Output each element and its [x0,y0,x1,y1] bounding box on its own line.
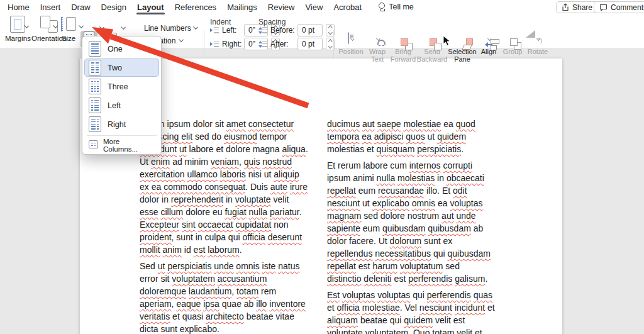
columns-menu-item-one[interactable]: One [84,40,159,58]
paragraph: Sed ut perspiciatis unde omnis iste natu… [140,260,313,334]
margins-button[interactable]: Margins [5,16,31,42]
columns-menu-item-three[interactable]: Three [84,77,159,96]
columns-menu-item-label: Right [108,120,126,129]
menu-tab-review[interactable]: Review [268,3,295,12]
size-icon [61,16,76,33]
columns-menu-item-label: Left [108,101,121,110]
columns-chevron-icon [99,25,104,30]
spinner-label: Right: [222,40,241,48]
arrange-button-label: SelectionPane [448,48,476,63]
arrange-button-label: Rotate [528,48,548,55]
left-columns-icon [89,97,101,113]
hyphenation-chevron-icon [179,37,184,42]
share-icon [562,3,569,11]
doc-column-2: ducimus aut saepe molestiae ea quodtempo… [327,118,500,334]
lightbulb-icon [379,3,385,11]
menu-tab-references[interactable]: References [175,3,216,12]
columns-menu-item-label: One [108,45,123,53]
spacing-row-icon [258,41,267,48]
spinner-label: Left: [222,26,241,35]
menu-tab-mailings[interactable]: Mailings [227,3,257,12]
menu-tab-view[interactable]: View [305,3,323,12]
more-columns-item[interactable]: More Columns... [82,138,161,152]
more-columns-label: More Columns... [103,138,155,153]
selection-pane-button[interactable]: SelectionPane [447,30,477,63]
spinner-label: Before: [270,26,294,35]
two-columns-icon [89,60,101,75]
doc-column-1: Lorem ipsum dolor sit amet consecteturad… [140,118,313,334]
menu-tab-draw[interactable]: Draw [71,3,90,12]
menu-tab-layout[interactable]: Layout [137,3,164,12]
paragraph: Lorem ipsum dolor sit amet consecteturad… [140,118,313,256]
comments-button[interactable]: Comments [594,1,644,13]
comments-label: Comments [611,3,644,12]
bring-forward-button[interactable]: BringForward [389,30,417,63]
size-button[interactable]: Size [61,16,76,42]
spacing-row-icon [258,27,267,34]
menu-tab-home[interactable]: Home [8,3,30,12]
menu-tab-acrobat[interactable]: Acrobat [333,3,362,12]
columns-menu-item-label: Two [108,64,122,72]
tell-me[interactable]: Tell me [379,3,414,11]
indent-row-icon [210,27,219,34]
columns-dropdown-menu: OneTwoThreeLeftRight More Columns... [82,36,162,155]
three-columns-icon [89,79,101,94]
group-button[interactable]: Group [500,30,525,63]
rotate-button[interactable]: Rotate [525,30,550,63]
line-numbers-button[interactable]: Line Numbers [144,24,191,33]
line-numbers-chevron-icon [193,25,198,30]
columns-menu-item-label: Three [108,82,128,91]
arrange-button-label: Position [338,48,363,55]
after-value-field[interactable]: 0 pt [297,38,323,50]
position-button[interactable]: Position [336,30,365,63]
columns-menu-list: OneTwoThreeLeftRight [82,40,161,133]
size-label: Size [62,35,75,42]
paragraph: Et rerum labore cum internos corruptiips… [327,159,500,285]
menu-tab-design[interactable]: Design [101,3,126,12]
margins-label: Margins [5,35,31,42]
spinner-label: After: [270,40,294,48]
before-value-field[interactable]: 0 pt [297,24,323,36]
menubar-tabs: HomeInsertDrawDesignLayoutReferencesMail… [8,3,362,12]
paragraph: Est voluptas voluptas qui perferendis qu… [327,289,500,334]
share-label: Share [572,3,592,12]
wrap-text-button[interactable]: WrapText [365,30,389,63]
indent-row-icon [210,41,219,48]
send-backward-button[interactable]: SendBackward [417,30,447,63]
one-columns-icon [89,41,101,57]
margins-icon [10,16,25,33]
menubar: HomeInsertDrawDesignLayoutReferencesMail… [0,0,644,14]
menu-separator [87,135,157,136]
comment-bubble-icon [599,4,608,11]
columns-menu-item-two[interactable]: Two [84,58,159,77]
right-columns-icon [89,116,101,132]
columns-menu-item-right[interactable]: Right [84,115,159,133]
share-button[interactable]: Share [556,1,598,13]
more-columns-icon [89,140,98,150]
arrange-button-label: WrapText [369,48,386,63]
menu-tab-insert[interactable]: Insert [40,3,61,12]
columns-menu-item-left[interactable]: Left [84,96,159,114]
align-button[interactable]: Align [477,30,500,63]
breaks-chevron-icon [121,25,126,30]
size-chevron-icon [79,23,84,28]
arrange-group: PositionWrapTextBringForwardSendBackward… [336,30,550,63]
arrange-button-label: SendBackward [417,48,447,63]
paragraph: ducimus aut saepe molestiae ea quodtempo… [327,118,500,155]
tell-me-label: Tell me [389,3,414,11]
position-icon [348,33,349,44]
